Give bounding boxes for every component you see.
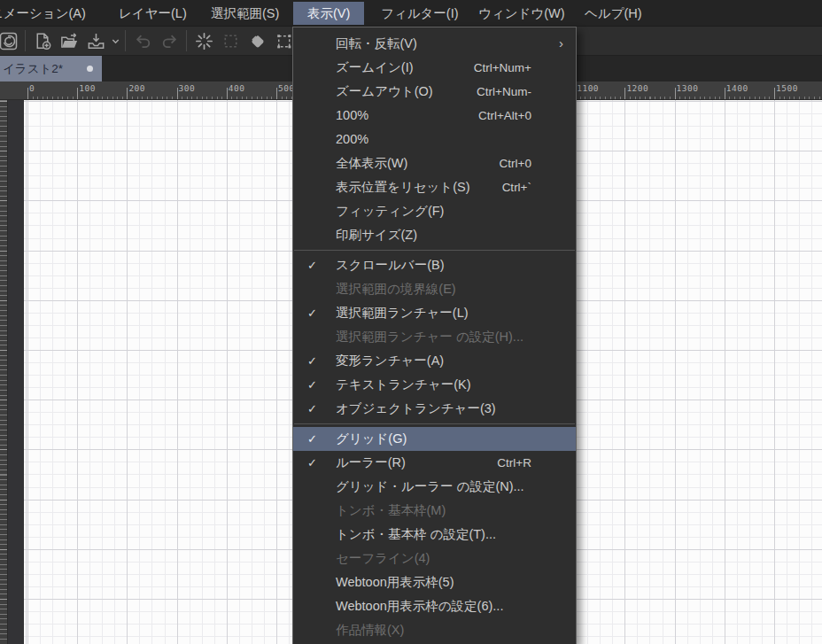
menu-item-shortcut: Ctrl+Alt+0 [478,104,531,128]
vertical-ruler [0,100,8,644]
menu-item[interactable]: 表示位置をリセット(S)Ctrl+` [293,175,576,199]
menu-item[interactable]: 100%Ctrl+Alt+0 [293,104,576,128]
menu-item: 選択範囲の境界線(E) [293,277,576,301]
menu-item: トンボ・基本枠(M) [293,499,576,523]
menu-item-label: 作品情報(X) [336,623,404,637]
checkmark-icon: ✓ [307,427,325,451]
menu-item: 作品情報(X) [293,618,576,642]
checkmark-icon: ✓ [307,373,325,397]
ruler-label: 200 [128,83,145,93]
pasteboard [8,100,24,644]
deselect-icon[interactable] [190,28,217,53]
menu-item-shortcut: Ctrl+Num+ [474,56,531,80]
checkmark-icon: ✓ [307,451,325,475]
toolbar-separator [186,30,187,51]
menu-item[interactable]: 印刷サイズ(Z) [293,223,576,247]
menu-item-label: トンボ・基本枠(M) [336,503,446,517]
menu-item-shortcut: Ctrl+` [502,175,531,199]
save-file-icon[interactable] [82,28,109,53]
toolbar-separator [25,30,26,51]
checkmark-icon: ✓ [307,301,325,325]
ruler-label: 1500 [776,83,798,93]
menu-item[interactable]: グリッド・ルーラー の設定(N)... [293,475,576,499]
view-menu-dropdown: 回転・反転(V)›ズームイン(I)Ctrl+Num+ズームアウト(O)Ctrl+… [292,27,577,644]
menu-item-label: オブジェクトランチャー(3) [336,401,496,415]
menubar-item[interactable]: レイヤー(L) [119,0,187,27]
ruler-label: 400 [229,83,245,93]
chevron-down-icon[interactable] [109,28,121,53]
menu-item-label: トンボ・基本枠 の設定(T)... [336,527,496,541]
menu-item-label: 全体表示(W) [336,156,407,170]
new-file-icon[interactable] [29,28,56,53]
clip-studio-logo-icon[interactable] [0,28,21,53]
ruler-label: 1200 [626,83,648,93]
menu-item-label: ズームアウト(O) [336,84,433,98]
menu-item-label: ルーラー(R) [336,455,406,469]
clip-studio-window: アニメーション(A)レイヤー(L)選択範囲(S)表示(V)フィルター(I)ウィン… [0,0,822,644]
menu-separator [294,250,575,251]
menubar-item[interactable]: フィルター(I) [381,0,459,27]
menubar: アニメーション(A)レイヤー(L)選択範囲(S)表示(V)フィルター(I)ウィン… [0,0,822,27]
menu-item-label: Webtoon用表示枠の設定(6)... [336,599,503,613]
menu-item-label: セーフライン(4) [336,551,430,565]
ruler-label: 300 [179,83,196,93]
menu-item[interactable]: Webtoon用表示枠(5) [293,570,576,594]
tab-modified-dot[interactable] [87,66,93,72]
menu-item-label: スクロールバー(B) [336,258,445,272]
open-file-icon[interactable] [56,28,82,53]
menu-item[interactable]: 200% [293,128,576,151]
menu-item-shortcut: Ctrl+R [497,451,531,475]
menu-item-label: ズームイン(I) [336,60,414,74]
menu-item[interactable]: 回転・反転(V)› [293,32,576,56]
menu-item[interactable]: ✓選択範囲ランチャー(L) [293,301,576,325]
menubar-item[interactable]: ヘルプ(H) [585,0,642,27]
fill-icon[interactable] [244,28,270,53]
menu-item-label: 100% [336,108,368,122]
document-tab-title: イラスト2* [3,62,63,75]
menu-separator [294,423,575,424]
menu-item[interactable]: フィッティング(F) [293,199,576,223]
menu-item-shortcut: Ctrl+Num- [477,80,531,104]
document-tab[interactable]: イラスト2* [0,56,102,81]
menu-item[interactable]: ズームイン(I)Ctrl+Num+ [293,56,576,80]
menu-item[interactable]: ✓変形ランチャー(A) [293,349,576,373]
checkmark-icon: ✓ [307,253,325,277]
menu-item-label: Webtoon用表示枠(5) [336,575,454,589]
menu-item-label: 回転・反転(V) [336,36,417,50]
menu-item[interactable]: ✓オブジェクトランチャー(3) [293,397,576,421]
checkmark-icon: ✓ [307,397,325,421]
ruler-label: 1400 [726,83,748,93]
menu-item-label: 200% [336,132,368,146]
menu-item-label: 変形ランチャー(A) [336,353,444,368]
menu-item-shortcut: Ctrl+0 [500,151,531,175]
menu-item-label: グリッド・ルーラー の設定(N)... [336,479,524,493]
menu-item-label: テキストランチャー(K) [336,377,471,392]
menu-item: セーフライン(4) [293,547,576,570]
ruler-label: 0 [29,83,35,93]
menu-item[interactable]: 全体表示(W)Ctrl+0 [293,151,576,175]
menu-item[interactable]: ✓テキストランチャー(K) [293,373,576,397]
ruler-label: 1100 [577,83,599,93]
menubar-item[interactable]: アニメーション(A) [0,0,86,27]
menu-item: 選択範囲ランチャー の設定(H)... [293,325,576,349]
toolbar-separator [125,30,126,51]
menu-item[interactable]: Webtoon用表示枠の設定(6)... [293,594,576,618]
menubar-item[interactable]: ウィンドウ(W) [478,0,565,27]
menu-item-label: 選択範囲ランチャー の設定(H)... [336,330,523,344]
menu-item-label: 選択範囲の境界線(E) [336,282,456,296]
menu-item[interactable]: ズームアウト(O)Ctrl+Num- [293,80,576,104]
reselect-icon [217,28,244,53]
menu-item[interactable]: トンボ・基本枠 の設定(T)... [293,523,576,547]
menu-item-label: 選択範囲ランチャー(L) [336,306,469,320]
menu-item[interactable]: ✓スクロールバー(B) [293,253,576,277]
ruler-label: 100 [79,83,96,93]
menubar-item[interactable]: 表示(V) [293,2,364,25]
menubar-item[interactable]: 選択範囲(S) [211,0,279,27]
undo-icon [129,28,156,53]
menu-item[interactable]: ✓グリッド(G) [293,427,576,451]
menu-item[interactable]: ✓ルーラー(R)Ctrl+R [293,451,576,475]
menu-item-label: フィッティング(F) [336,204,444,218]
redo-icon [156,28,182,53]
submenu-arrow-icon: › [559,31,563,55]
ruler-label: 1300 [677,83,699,93]
